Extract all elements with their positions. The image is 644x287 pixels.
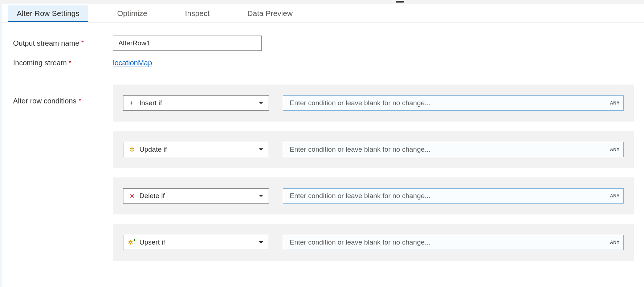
- condition-type-select[interactable]: ✕ Delete if: [123, 188, 269, 204]
- placeholder-text: Enter condition or leave blank for no ch…: [290, 145, 431, 153]
- drag-handle-icon[interactable]: [396, 1, 404, 3]
- condition-row: ✕ Delete if Enter condition or leave bla…: [113, 177, 634, 214]
- chevron-down-icon: [258, 241, 264, 244]
- settings-content: Output stream name * Incoming stream * l…: [2, 22, 644, 274]
- alter-row-conditions-section: Alter row conditions * + Insert if Enter…: [13, 85, 634, 261]
- tab-strip: Alter Row Settings Optimize Inspect Data…: [2, 4, 644, 22]
- placeholder-text: Enter condition or leave blank for no ch…: [290, 192, 431, 200]
- any-badge: ANY: [610, 101, 620, 106]
- alter-row-conditions-label: Alter row conditions *: [13, 85, 113, 105]
- alter-row-panel: Alter Row Settings Optimize Inspect Data…: [2, 4, 644, 274]
- condition-expression-input[interactable]: Enter condition or leave blank for no ch…: [283, 188, 624, 204]
- any-badge: ANY: [610, 240, 620, 245]
- output-stream-input[interactable]: [113, 36, 262, 51]
- select-text: Upsert if: [139, 238, 165, 246]
- chevron-down-icon: [258, 148, 264, 151]
- condition-type-select[interactable]: ✲ Update if: [123, 142, 269, 157]
- placeholder-text: Enter condition or leave blank for no ch…: [290, 238, 431, 246]
- chevron-down-icon: [258, 194, 264, 197]
- tab-optimize[interactable]: Optimize: [109, 5, 156, 22]
- insert-icon: +: [129, 100, 135, 106]
- select-text: Update if: [139, 145, 167, 153]
- condition-expression-input[interactable]: Enter condition or leave blank for no ch…: [283, 142, 624, 157]
- label-text: Incoming stream: [13, 59, 67, 67]
- condition-row: + Insert if Enter condition or leave bla…: [113, 85, 634, 122]
- incoming-stream-link[interactable]: locationMap: [113, 59, 152, 67]
- label-text: Alter row conditions: [13, 97, 77, 105]
- tab-data-preview[interactable]: Data Preview: [239, 5, 301, 22]
- label-text: Output stream name: [13, 39, 79, 48]
- placeholder-text: Enter condition or leave blank for no ch…: [290, 99, 431, 107]
- chevron-down-icon: [258, 102, 264, 104]
- required-asterisk: *: [79, 98, 81, 104]
- any-badge: ANY: [610, 147, 620, 152]
- condition-expression-input[interactable]: Enter condition or leave blank for no ch…: [283, 95, 624, 111]
- panel-handle-bar: [0, 0, 644, 4]
- conditions-list: + Insert if Enter condition or leave bla…: [113, 85, 634, 261]
- condition-row: ✲+ Upsert if Enter condition or leave bl…: [113, 224, 634, 261]
- update-icon: ✲: [129, 145, 135, 153]
- delete-icon: ✕: [129, 193, 135, 200]
- required-asterisk: *: [69, 60, 71, 66]
- condition-expression-input[interactable]: Enter condition or leave blank for no ch…: [283, 235, 624, 250]
- tab-alter-row-settings[interactable]: Alter Row Settings: [8, 5, 88, 22]
- incoming-stream-label: Incoming stream *: [13, 59, 113, 67]
- tab-inspect[interactable]: Inspect: [176, 5, 219, 22]
- select-text: Insert if: [139, 99, 162, 107]
- required-asterisk: *: [81, 40, 83, 46]
- upsert-icon: ✲+: [129, 239, 135, 246]
- condition-type-select[interactable]: ✲+ Upsert if: [123, 235, 269, 250]
- output-stream-label: Output stream name *: [13, 39, 113, 48]
- condition-type-select[interactable]: + Insert if: [123, 95, 269, 111]
- incoming-stream-row: Incoming stream * locationMap: [13, 59, 634, 67]
- output-stream-row: Output stream name *: [13, 36, 634, 51]
- select-text: Delete if: [139, 192, 165, 200]
- any-badge: ANY: [610, 193, 620, 198]
- condition-row: ✲ Update if Enter condition or leave bla…: [113, 131, 634, 168]
